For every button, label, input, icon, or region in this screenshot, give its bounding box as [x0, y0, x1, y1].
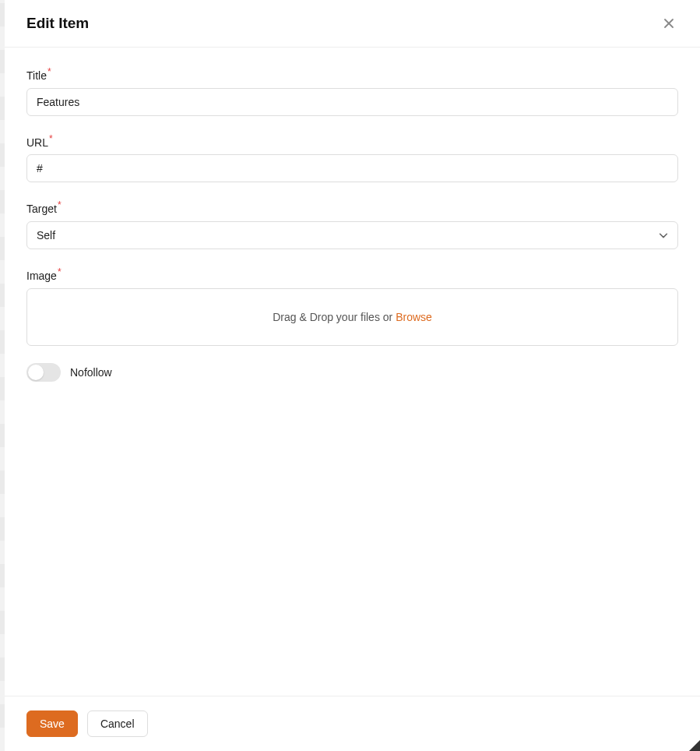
- close-icon: [663, 17, 675, 30]
- url-input[interactable]: [26, 154, 678, 182]
- required-marker: *: [58, 199, 62, 210]
- toggle-knob: [28, 365, 44, 380]
- edit-item-modal: Edit Item Title* URL* Target*: [5, 0, 700, 751]
- modal-footer: Save Cancel: [5, 696, 700, 751]
- nofollow-label: Nofollow: [70, 366, 112, 379]
- modal-title: Edit Item: [26, 15, 89, 32]
- modal-header: Edit Item: [5, 0, 700, 48]
- close-button[interactable]: [660, 14, 678, 33]
- target-label-text: Target: [26, 203, 57, 215]
- image-field-group: Image* Drag & Drop your files or Browse: [26, 266, 678, 346]
- dropzone-text: Drag & Drop your files or: [273, 311, 396, 323]
- url-field-group: URL*: [26, 133, 678, 183]
- cancel-button[interactable]: Cancel: [87, 710, 148, 737]
- title-input[interactable]: [26, 88, 678, 116]
- image-label: Image*: [26, 266, 678, 282]
- required-marker: *: [47, 66, 51, 77]
- nofollow-toggle[interactable]: [26, 363, 61, 382]
- nofollow-field-group: Nofollow: [26, 363, 678, 382]
- target-select[interactable]: Self: [26, 221, 678, 249]
- browse-link[interactable]: Browse: [396, 311, 432, 323]
- resize-handle-icon[interactable]: [689, 740, 700, 751]
- required-marker: *: [58, 266, 62, 277]
- url-label-text: URL: [26, 136, 48, 148]
- target-select-wrapper: Self: [26, 221, 678, 249]
- required-marker: *: [49, 133, 53, 144]
- image-dropzone[interactable]: Drag & Drop your files or Browse: [26, 288, 678, 346]
- save-button[interactable]: Save: [26, 710, 78, 737]
- modal-body: Title* URL* Target* Self: [5, 48, 700, 696]
- url-label: URL*: [26, 133, 678, 149]
- image-label-text: Image: [26, 270, 57, 282]
- target-label: Target*: [26, 199, 678, 215]
- target-field-group: Target* Self: [26, 199, 678, 249]
- title-label-text: Title: [26, 69, 47, 82]
- title-label: Title*: [26, 66, 678, 82]
- title-field-group: Title*: [26, 66, 678, 116]
